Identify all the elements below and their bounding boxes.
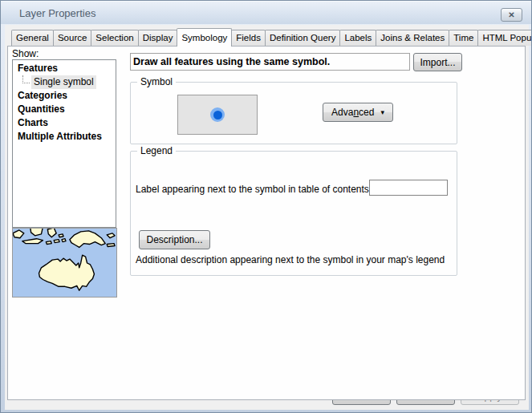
- show-item-quantities[interactable]: Quantities: [13, 103, 116, 116]
- window-title: Layer Properties: [19, 7, 95, 19]
- page-heading: Draw all features using the same symbol.: [130, 53, 410, 71]
- titlebar[interactable]: Layer Properties ✕: [1, 1, 531, 24]
- show-item-multiple-attributes[interactable]: Multiple Attributes: [13, 130, 116, 144]
- symbol-group-title: Symbol: [137, 76, 176, 87]
- tab-symbology[interactable]: Symbology: [177, 28, 232, 47]
- show-item-categories[interactable]: Categories: [13, 89, 116, 103]
- map-preview-image: [12, 228, 117, 298]
- tree-connector-icon: [22, 75, 30, 83]
- show-item-features[interactable]: Features: [13, 62, 116, 75]
- layer-properties-dialog: Layer Properties ✕ General Source Select…: [0, 0, 532, 413]
- symbol-preview-button[interactable]: [177, 95, 258, 135]
- close-button[interactable]: ✕: [501, 8, 522, 22]
- description-button[interactable]: Description...: [139, 230, 210, 249]
- show-label: Show:: [12, 48, 39, 59]
- tab-time[interactable]: Time: [449, 30, 478, 46]
- show-tree-list[interactable]: Features Single symbol Categories Quanti…: [12, 59, 116, 228]
- tab-fields[interactable]: Fields: [231, 30, 266, 46]
- legend-group-title: Legend: [137, 145, 176, 156]
- tab-labels[interactable]: Labels: [339, 30, 376, 46]
- legend-label-input[interactable]: [369, 180, 448, 196]
- legend-groupbox: Legend Label appearing next to the symbo…: [130, 151, 457, 276]
- symbology-tab-page: Show: Features Single symbol Categories …: [7, 46, 526, 400]
- tab-general[interactable]: General: [11, 30, 54, 46]
- point-symbol-icon: [210, 107, 225, 122]
- dialog-client-area: General Source Selection Display Symbolo…: [5, 25, 529, 410]
- legend-additional-caption: Additional description appearing next to…: [136, 254, 445, 265]
- advanced-dropdown-button[interactable]: Advanced ▾: [323, 103, 393, 122]
- tab-definition-query[interactable]: Definition Query: [265, 30, 340, 46]
- tab-joins-relates[interactable]: Joins & Relates: [376, 30, 449, 46]
- symbol-groupbox: Symbol Advanced ▾: [130, 82, 457, 144]
- import-button[interactable]: Import...: [413, 53, 462, 71]
- chevron-down-icon: ▾: [380, 109, 384, 116]
- tab-bar: General Source Selection Display Symbolo…: [11, 28, 527, 46]
- tab-html-popup[interactable]: HTML Popup: [477, 30, 532, 46]
- tab-display[interactable]: Display: [138, 30, 178, 46]
- advanced-button-label: Advanced: [331, 107, 374, 118]
- close-icon: ✕: [508, 11, 514, 19]
- show-item-single-symbol[interactable]: Single symbol: [13, 75, 116, 89]
- tab-selection[interactable]: Selection: [91, 30, 138, 46]
- legend-label-caption: Label appearing next to the symbol in ta…: [136, 184, 372, 195]
- tab-source[interactable]: Source: [53, 30, 91, 46]
- show-item-charts[interactable]: Charts: [13, 116, 116, 130]
